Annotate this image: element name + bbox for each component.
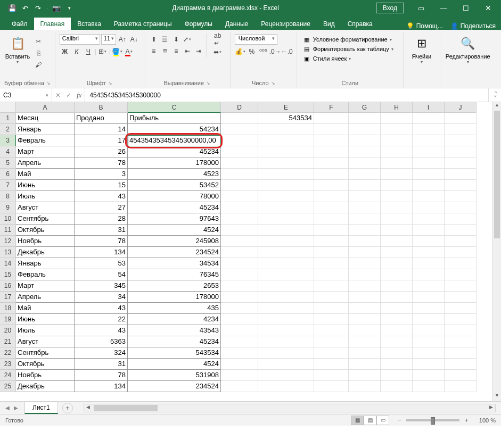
cell-B20[interactable]: 43 [75,325,128,336]
decrease-font-icon[interactable]: A↓ [129,34,139,45]
cancel-formula-icon[interactable]: ✕ [55,92,61,99]
col-header-G[interactable]: G [349,102,381,113]
cell-F10[interactable] [314,213,349,225]
cell-A1[interactable]: Месяц [16,113,75,124]
cell-E15[interactable] [258,269,314,280]
cell-B21[interactable]: 5363 [75,336,128,347]
align-right-icon[interactable]: ≡ [171,46,182,56]
login-button[interactable]: Вход [376,3,404,13]
row-header-25[interactable]: 25 [0,381,16,392]
minimize-button[interactable]: — [433,0,454,16]
row-header-22[interactable]: 22 [0,347,16,359]
cell-C20[interactable]: 43543 [128,325,221,336]
cell-I19[interactable] [413,314,445,325]
cell-C10[interactable]: 97643 [128,213,221,225]
cell-E13[interactable] [258,247,314,258]
row-header-2[interactable]: 2 [0,124,16,135]
cell-B22[interactable]: 324 [75,347,128,359]
cell-I13[interactable] [413,247,445,258]
close-button[interactable]: ✕ [478,0,499,16]
cell-A9[interactable]: Август [16,202,75,213]
font-color-button[interactable]: A [124,46,134,57]
cell-C9[interactable]: 45234 [128,202,221,213]
cell-C25[interactable]: 234524 [128,381,221,392]
cell-G21[interactable] [349,336,381,347]
cell-J20[interactable] [445,325,477,336]
cell-C13[interactable]: 234524 [128,247,221,258]
cell-E21[interactable] [258,336,314,347]
cell-B13[interactable]: 134 [75,247,128,258]
cell-F23[interactable] [314,359,349,370]
cell-E7[interactable] [258,180,314,191]
underline-button[interactable]: Ч [83,46,94,57]
cell-E19[interactable] [258,314,314,325]
cell-F14[interactable] [314,258,349,269]
align-middle-icon[interactable]: ☰ [160,34,170,45]
cell-H23[interactable] [381,359,413,370]
cell-G5[interactable] [349,157,381,169]
cell-J7[interactable] [445,180,477,191]
row-header-13[interactable]: 13 [0,247,16,258]
font-launcher[interactable]: ↘ [108,80,112,86]
cell-H11[interactable] [381,225,413,236]
row-header-10[interactable]: 10 [0,213,16,225]
cell-E5[interactable] [258,157,314,169]
scroll-up-icon[interactable]: ▲ [493,102,501,111]
cell-A4[interactable]: Март [16,146,75,157]
row-header-17[interactable]: 17 [0,292,16,303]
zoom-level[interactable]: 100 % [473,417,496,424]
cell-F20[interactable] [314,325,349,336]
cell-I9[interactable] [413,202,445,213]
cell-I17[interactable] [413,292,445,303]
cell-B11[interactable]: 31 [75,225,128,236]
align-bottom-icon[interactable]: ⬇ [171,34,182,45]
row-header-5[interactable]: 5 [0,157,16,169]
cell-J8[interactable] [445,191,477,202]
cell-D3[interactable] [221,135,258,146]
cell-J6[interactable] [445,169,477,180]
cell-J18[interactable] [445,303,477,314]
cell-G1[interactable] [349,113,381,124]
cell-F1[interactable] [314,113,349,124]
cell-D11[interactable] [221,225,258,236]
cell-D24[interactable] [221,370,258,381]
cell-G16[interactable] [349,280,381,292]
formula-input[interactable] [85,92,488,99]
editing-button[interactable]: 🔍 Редактирование ▾ [445,34,491,65]
align-top-icon[interactable]: ⬆ [149,34,159,45]
cell-B8[interactable]: 43 [75,191,128,202]
col-header-B[interactable]: B [75,102,128,113]
cell-F12[interactable] [314,236,349,247]
cell-H16[interactable] [381,280,413,292]
col-header-I[interactable]: I [413,102,445,113]
cell-H25[interactable] [381,381,413,392]
cell-C7[interactable]: 53452 [128,180,221,191]
cell-B9[interactable]: 27 [75,202,128,213]
cell-I16[interactable] [413,280,445,292]
cell-H20[interactable] [381,325,413,336]
cell-D2[interactable] [221,124,258,135]
cell-C21[interactable]: 45234 [128,336,221,347]
cell-D7[interactable] [221,180,258,191]
row-header-16[interactable]: 16 [0,280,16,292]
fx-icon[interactable]: fx [77,91,81,99]
cell-G20[interactable] [349,325,381,336]
cell-H17[interactable] [381,292,413,303]
sheet-tab[interactable]: Лист1 [24,402,58,414]
cell-G18[interactable] [349,303,381,314]
cells-button[interactable]: ⊞ Ячейки ▾ [408,34,436,65]
cell-F15[interactable] [314,269,349,280]
cell-H13[interactable] [381,247,413,258]
add-sheet-button[interactable]: + [62,403,73,413]
cell-H6[interactable] [381,169,413,180]
row-header-1[interactable]: 1 [0,113,16,124]
row-header-14[interactable]: 14 [0,258,16,269]
tell-me-button[interactable]: 💡Помощ... [406,22,443,30]
cell-G19[interactable] [349,314,381,325]
cell-J17[interactable] [445,292,477,303]
cell-E4[interactable] [258,146,314,157]
cell-B25[interactable]: 134 [75,381,128,392]
cell-C2[interactable]: 54234 [128,124,221,135]
cell-G15[interactable] [349,269,381,280]
tab-help[interactable]: Справка [341,18,379,30]
